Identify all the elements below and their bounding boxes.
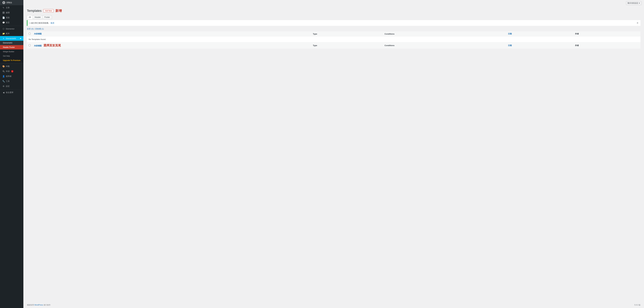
sidebar-item-comments[interactable]: 💬 留言	[0, 20, 24, 25]
footer-thanks: 感謝採用 WordPress 進行創作	[27, 304, 50, 306]
elementskit-submenu: ElementsKit Header Footer Widget Builder…	[0, 41, 24, 63]
sidebar-item-elementskit-sub[interactable]: ElementsKit	[0, 41, 24, 45]
templates-table: 內容標題 Type Conditions 日期 作者 No Templates …	[27, 31, 640, 49]
sidebar-item-label: Elementor	[6, 28, 14, 30]
content-area: Templates Add New 新增 All Header Footer 1…	[24, 6, 644, 302]
sidebar-item-users[interactable]: 👤 使用者	[0, 74, 24, 79]
sidebar-item-collapse[interactable]: ◀ 收合選單	[0, 90, 24, 95]
th-checkbox-top	[27, 31, 32, 36]
footer-thanks-text: 感謝採用	[27, 304, 34, 306]
sidebar-item-tools[interactable]: 🔧 工具	[0, 79, 24, 84]
th-date-top: 日期	[506, 31, 573, 36]
tab-all[interactable]: All	[27, 15, 32, 19]
filter-trash-link[interactable]: 回收桶 (1)	[35, 27, 44, 30]
xin-zeng-label: 新增	[56, 8, 62, 13]
table-header-top: 內容標題 Type Conditions 日期 作者	[27, 31, 640, 36]
sidebar-item-label: 頁面	[6, 16, 10, 19]
appearance-icon: 🎨	[2, 65, 5, 68]
sidebar-item-elementor[interactable]: ⬡ Elementor	[0, 26, 24, 31]
sidebar-item-elementskit-main[interactable]: ≡ ElementsKit ◀	[0, 36, 24, 41]
footer-version: 5.9.3 版	[634, 304, 640, 306]
sidebar-sub-label: Header Footer	[3, 46, 15, 48]
posts-icon: ✎	[2, 6, 5, 9]
page-title-row: Templates Add New 新增	[27, 8, 640, 13]
restore-link[interactable]: 復原	[50, 22, 54, 24]
sidebar-item-label: 外掛	[6, 70, 10, 73]
sidebar-item-pages[interactable]: 📄 頁面	[0, 15, 24, 20]
collapse-menu-icon: ◀	[2, 91, 5, 94]
sidebar-item-upgrade[interactable]: Upgrade To Premium	[0, 58, 24, 63]
filter-trash-count: (1)	[42, 28, 44, 30]
th-type-top: Type	[311, 31, 383, 36]
filter-trash-label: 回收桶	[35, 28, 41, 30]
notice-close-button[interactable]: ✕	[636, 22, 638, 24]
no-items-row: No Templates found.	[27, 36, 640, 42]
sidebar-item-settings[interactable]: ⚙ 設定	[0, 84, 24, 89]
th-author-bottom: 作者	[573, 42, 640, 49]
select-all-checkbox-top[interactable]	[29, 33, 30, 35]
sidebar-item-media[interactable]: 🖼 媒體	[0, 10, 24, 15]
no-items-cell: No Templates found.	[27, 36, 640, 42]
sidebar-logo-label: 控制台	[6, 1, 12, 4]
select-all-checkbox-bottom[interactable]	[29, 44, 30, 46]
sidebar-item-label: ElementsKit	[6, 37, 16, 39]
collapse-arrow-icon: ◀	[20, 37, 21, 39]
sidebar-sub-label: Get Help	[3, 55, 10, 57]
media-icon: 🖼	[2, 11, 5, 14]
th-title-bottom: 內容標題 選擇頁首頁尾	[32, 42, 311, 49]
annotation-label: 選擇頁首頁尾	[44, 44, 61, 47]
filter-all-count: (0)	[31, 28, 34, 30]
sidebar-item-posts[interactable]: ✎ 文章	[0, 5, 24, 10]
sidebar-sub-label: Upgrade To Premium	[3, 59, 20, 61]
sidebar-item-label: 收合選單	[6, 91, 14, 94]
footer-action-text: 進行創作	[44, 304, 50, 306]
th-type-bottom: Type	[311, 42, 383, 49]
sidebar-divider-2	[0, 63, 24, 63]
sidebar-sub-label: ElementsKit	[3, 42, 12, 44]
sidebar-item-label: 文章	[6, 6, 10, 9]
notice-main-text: 1 篇文章已移至回收桶。	[30, 22, 50, 24]
th-conditions-top: Conditions	[383, 31, 506, 36]
settings-icon: ⚙	[2, 85, 5, 87]
th-author-top: 作者	[573, 31, 640, 36]
notice-bar: 1 篇文章已移至回收桶。 復原 ✕	[27, 20, 640, 26]
main-content: 顯示項目設定 Templates Add New 新增 All Header F…	[24, 0, 644, 308]
filter-tabs: All Header Footer	[27, 15, 640, 19]
sidebar-item-label: 使用者	[6, 75, 12, 78]
th-conditions-bottom: Conditions	[383, 42, 506, 49]
sidebar-item-widget-builder[interactable]: Widget Builder	[0, 49, 24, 54]
filter-separator: |	[34, 27, 35, 30]
notice-text: 1 篇文章已移至回收桶。 復原	[30, 22, 54, 24]
sidebar: W 控制台 ✎ 文章 🖼 媒體 📄 頁面 💬 留言 ⬡ Elementor 📁 …	[0, 0, 24, 308]
sidebar-item-label: 範本	[6, 32, 10, 35]
table-header-bottom: 內容標題 選擇頁首頁尾 Type Conditions 日期 作者	[27, 42, 640, 49]
sidebar-item-label: 媒體	[6, 11, 10, 14]
sidebar-logo[interactable]: W 控制台	[0, 0, 24, 5]
wp-logo-icon: W	[2, 1, 5, 4]
sidebar-item-plugins[interactable]: 🔌 外掛 1	[0, 69, 24, 74]
th-title-top: 內容標題	[32, 31, 311, 36]
users-icon: 👤	[2, 75, 5, 77]
add-new-button[interactable]: Add New	[43, 9, 54, 12]
page-footer: 感謝採用 WordPress 進行創作 5.9.3 版	[24, 302, 644, 308]
sidebar-item-label: 設定	[6, 85, 10, 88]
page-title: Templates	[27, 9, 42, 13]
tab-header[interactable]: Header	[32, 15, 42, 19]
tools-icon: 🔧	[2, 80, 5, 82]
sidebar-item-get-help[interactable]: Get Help	[0, 54, 24, 58]
pages-icon: 📄	[2, 16, 5, 19]
comments-icon: 💬	[2, 21, 5, 24]
th-title-label-bottom: 內容標題	[34, 45, 42, 47]
templates-icon: 📁	[2, 32, 5, 35]
sidebar-sub-label: Widget Builder	[3, 51, 14, 53]
sidebar-item-templates[interactable]: 📁 範本	[0, 31, 24, 36]
sidebar-item-label: 工具	[6, 80, 10, 83]
tab-footer[interactable]: Footer	[42, 15, 52, 19]
filter-all-link[interactable]: 全部 (0)	[27, 27, 34, 30]
wordpress-link[interactable]: WordPress	[34, 304, 43, 306]
sidebar-item-appearance[interactable]: 🎨 外觀	[0, 64, 24, 69]
sidebar-item-header-footer[interactable]: Header Footer	[0, 45, 24, 49]
topbar: 顯示項目設定	[24, 0, 644, 6]
plugins-badge: 1	[11, 70, 14, 73]
screen-options-button[interactable]: 顯示項目設定	[626, 1, 642, 5]
